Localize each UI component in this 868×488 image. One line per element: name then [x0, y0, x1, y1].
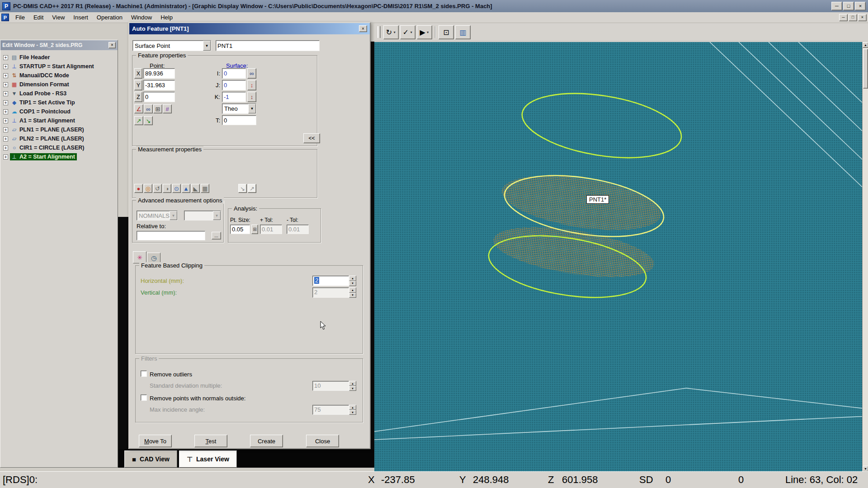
move-to-point-icon[interactable]: ⊞	[153, 104, 162, 113]
collapse-button[interactable]: <<	[303, 133, 320, 143]
vector-direction-icon[interactable]: ↕	[247, 92, 256, 102]
scrollbar-thumb[interactable]	[863, 49, 868, 89]
child-minimize-button[interactable]: ─	[839, 14, 848, 21]
tree-item-dimension-format[interactable]: + ▦ Dimension Format	[0, 80, 118, 89]
relative-to-input[interactable]	[137, 231, 205, 240]
tab-laser-view[interactable]: ⊤ Laser View	[179, 450, 237, 468]
tree-item-a2[interactable]: + ⊥ A2 = Start Alignment	[0, 152, 118, 161]
grid-icon[interactable]: ▦	[201, 184, 209, 193]
view-setup-button[interactable]: ▥	[455, 25, 471, 39]
edit-window-header[interactable]: Edit Window - SM_2 sides.PRG ×	[0, 40, 118, 50]
expand-icon[interactable]: +	[3, 73, 8, 78]
expand-icon[interactable]: +	[3, 127, 8, 132]
tree-item-pln2[interactable]: + ▱ PLN2 = PLANE (LASER)	[0, 134, 118, 143]
flip-normal-icon[interactable]: ↘	[144, 116, 153, 125]
tab-contact-properties[interactable]: ✳	[133, 251, 146, 263]
point-icon[interactable]: ●	[134, 184, 143, 193]
i-input[interactable]	[222, 68, 246, 79]
tree-item-startup[interactable]: + ⊥ STARTUP = Start Alignment	[0, 62, 118, 71]
remove-normals-checkbox[interactable]	[141, 394, 147, 401]
create-button[interactable]: Create	[250, 435, 283, 447]
menu-edit[interactable]: Edit	[29, 13, 47, 22]
z-input[interactable]	[143, 92, 175, 102]
cad-viewport[interactable]: PNT1* ▲ ▼	[374, 42, 868, 471]
x-axis-button[interactable]: X	[134, 68, 142, 79]
rings-icon[interactable]: ◎	[144, 184, 152, 193]
expand-icon[interactable]: +	[3, 109, 8, 114]
k-input[interactable]	[222, 92, 246, 102]
maximize-button[interactable]: □	[843, 2, 854, 10]
find-vector-icon[interactable]: ∞	[247, 68, 256, 79]
browse-button[interactable]: ...	[212, 232, 221, 239]
expand-icon[interactable]: +	[3, 145, 8, 150]
y-axis-button[interactable]: Y	[134, 80, 142, 90]
read-point-icon[interactable]: ↗	[134, 116, 143, 125]
expand-icon[interactable]: +	[3, 155, 8, 160]
dialog-close-icon[interactable]: ×	[359, 25, 367, 32]
scroll-down-icon[interactable]: ▼	[863, 466, 868, 471]
horizontal-clip-input[interactable]: 2 ▲▼	[312, 276, 356, 286]
angle-point-icon[interactable]: ∠	[134, 104, 143, 113]
theo-mode-select[interactable]: Theo ▼	[222, 103, 256, 114]
x-input[interactable]	[143, 68, 175, 79]
rotate-icon[interactable]: ↺	[153, 184, 162, 193]
menu-file[interactable]: File	[11, 13, 29, 22]
j-input[interactable]	[222, 80, 246, 90]
expand-icon[interactable]: +	[3, 100, 8, 105]
pt-size-input[interactable]	[230, 225, 250, 234]
spin-down-icon[interactable]: ▼	[349, 281, 356, 286]
child-window-icon[interactable]: P	[1, 14, 9, 21]
t-input[interactable]	[222, 115, 256, 125]
tab-cad-view[interactable]: ■ CAD View	[124, 450, 177, 468]
chevron-down-icon[interactable]: ▼	[203, 41, 211, 51]
snap-point-icon[interactable]: #	[163, 104, 172, 113]
spin-up-icon[interactable]: ▲	[349, 276, 356, 281]
rotate-view-button[interactable]: ↻▼	[383, 25, 399, 39]
expand-icon[interactable]: +	[3, 55, 8, 60]
feature-type-select[interactable]: Surface Point ▼	[132, 40, 211, 51]
feature-name-input[interactable]	[216, 40, 320, 51]
tree-item-cop1[interactable]: + ☁ COP1 = Pointcloud	[0, 107, 118, 116]
expand-icon[interactable]: +	[3, 118, 8, 123]
expand-icon[interactable]: +	[3, 82, 8, 87]
tree-item-tip1[interactable]: + ◆ TIP1 = Set Active Tip	[0, 98, 118, 107]
triangle-icon[interactable]: ▲	[182, 184, 190, 193]
tree-item-a1[interactable]: + ⊥ A1 = Start Alignment	[0, 116, 118, 125]
menu-view[interactable]: View	[48, 13, 69, 22]
probe-mode-button[interactable]: ⊡	[439, 25, 454, 39]
dialog-titlebar[interactable]: Auto Feature [PNT1] ×	[129, 23, 370, 34]
menu-operation[interactable]: Operation	[93, 13, 127, 22]
close-button[interactable]: ×	[855, 2, 866, 10]
find-point-icon[interactable]: ∞	[144, 104, 153, 113]
partial-circle-icon[interactable]: ◑	[163, 184, 171, 193]
feature-id-label[interactable]: PNT1*	[586, 195, 609, 204]
menu-help[interactable]: Help	[156, 13, 177, 22]
execute-feature-button[interactable]: ✓▼	[400, 25, 415, 39]
close-button[interactable]: Close	[306, 435, 339, 447]
expand-icon[interactable]: +	[3, 136, 8, 141]
expand-icon[interactable]: +	[3, 64, 8, 69]
test-button[interactable]: Test	[194, 435, 227, 447]
expand-icon[interactable]: +	[3, 91, 8, 96]
y-input[interactable]	[143, 80, 175, 90]
tree-item-file-header[interactable]: + ▤ File Header	[0, 53, 118, 62]
target-icon[interactable]: ⊙	[172, 184, 181, 193]
child-restore-button[interactable]: □	[849, 14, 857, 21]
chevron-down-icon[interactable]: ▼	[248, 104, 256, 113]
z-axis-button[interactable]: Z	[134, 92, 142, 102]
flip-vector-icon[interactable]: ↕	[247, 80, 256, 90]
remove-outliers-checkbox[interactable]	[141, 371, 147, 377]
corner-icon[interactable]: ◣	[191, 184, 200, 193]
toolbar-grip[interactable]	[377, 26, 381, 38]
vertical-scrollbar[interactable]: ▲ ▼	[862, 42, 868, 471]
tree-item-pln1[interactable]: + ▱ PLN1 = PLANE (LASER)	[0, 125, 118, 134]
pin-icon[interactable]: ⊞	[251, 225, 258, 234]
menu-insert[interactable]: Insert	[69, 13, 92, 22]
tree-item-load-probe[interactable]: + ▼ Load Probe - RS3	[0, 89, 118, 98]
tree-item-manual-dcc[interactable]: + ⇅ Manual/DCC Mode	[0, 71, 118, 80]
edit-window-close-button[interactable]: ×	[108, 42, 116, 48]
child-close-button[interactable]: ×	[858, 14, 867, 21]
tree-item-cir1[interactable]: + ○ CIR1 = CIRCLE (LASER)	[0, 143, 118, 152]
minimize-button[interactable]: ─	[831, 2, 842, 10]
run-program-button[interactable]: ▶▼	[417, 25, 432, 39]
